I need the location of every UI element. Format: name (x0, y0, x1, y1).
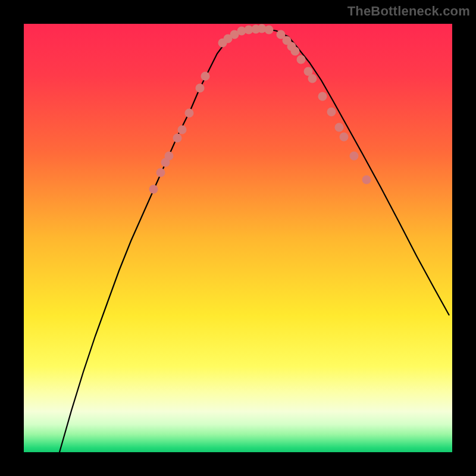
data-point (265, 26, 274, 35)
data-point (318, 92, 327, 101)
data-point (149, 185, 158, 194)
data-point (362, 176, 371, 184)
data-point (156, 168, 165, 177)
data-point (335, 123, 344, 132)
data-point (201, 72, 210, 81)
outer-frame: TheBottleneck.com (0, 0, 476, 476)
data-point (340, 133, 349, 142)
curve-layer (24, 24, 452, 452)
data-point (196, 84, 205, 93)
bottleneck-curve (60, 29, 449, 452)
plot-area (24, 24, 452, 452)
data-point (327, 108, 336, 117)
data-point (297, 55, 306, 64)
data-point (291, 47, 300, 56)
watermark-text: TheBottleneck.com (347, 4, 470, 19)
data-point (185, 109, 194, 118)
data-point (350, 152, 359, 161)
data-point (178, 126, 187, 134)
data-point (308, 74, 317, 83)
data-point (173, 134, 182, 143)
data-point (165, 152, 174, 161)
